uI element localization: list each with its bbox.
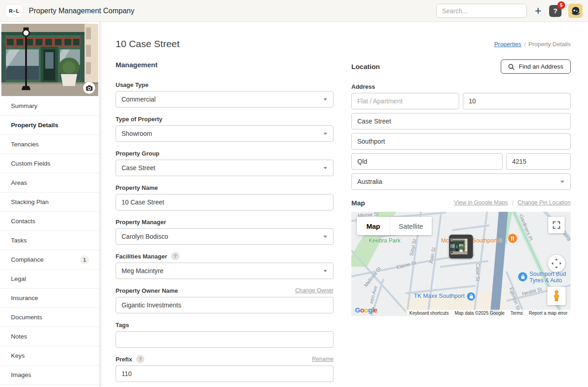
type-of-property-field: Type of Property Showroom [116,115,334,142]
city-input[interactable] [351,133,571,150]
property-name-input[interactable] [116,194,334,210]
sidebar-item-compliance[interactable]: Compliance 1 [0,250,99,269]
map-attribution: Keyboard shortcuts Map data ©2025 Google… [406,310,571,316]
prefix-field: Prefix ? Rename [116,355,334,382]
street-input[interactable] [351,113,571,129]
restaurant-pin-icon [508,233,518,243]
breadcrumb-current: Property Details [529,41,571,48]
find-address-button[interactable]: Find an Address [501,59,571,74]
sidebar-item-images[interactable]: Images [0,366,99,385]
compliance-count-badge: 1 [80,255,89,264]
postcode-input[interactable] [506,153,571,170]
prefix-help-icon[interactable]: ? [136,355,144,363]
google-map[interactable]: Minnie St Sibyl St Joan St Elaine St Mel… [351,212,571,316]
pegman-control[interactable] [547,287,566,305]
location-heading: Location [351,63,380,70]
breadcrumb: Properties/Property Details [494,41,571,48]
pan-arrows-icon [551,258,562,269]
tags-input[interactable] [116,331,334,348]
sidebar-item-property-details[interactable]: Property Details [0,116,99,135]
marker-photo [450,236,471,257]
usage-type-select[interactable]: Commercial [116,91,334,108]
rename-link[interactable]: Rename [312,356,334,362]
sidebar-item-areas[interactable]: Areas [0,173,99,193]
notification-badge: 5 [557,1,565,9]
flat-apartment-input[interactable] [351,93,459,109]
sidebar-item-stacking-plan[interactable]: Stacking Plan [0,193,99,212]
facilities-manager-help-icon[interactable]: ? [171,252,180,260]
park-label: Keebra Park [369,237,400,244]
add-button[interactable]: + [534,5,542,16]
camera-icon[interactable] [83,82,95,94]
view-in-google-maps-link[interactable]: View in Google Maps [454,199,508,206]
avatar-icon [571,6,581,16]
keyboard-shortcuts-link[interactable]: Keyboard shortcuts [409,311,449,316]
poi-tkmaxx-label: TK Maxx Southport [411,293,465,299]
help-button[interactable]: ? 5 [549,5,562,17]
map-data-credit: Map data ©2025 Google [455,311,504,316]
search-input[interactable] [436,4,527,18]
change-pin-location-link[interactable]: Change Pin Location [518,199,571,206]
terms-link[interactable]: Terms [510,311,523,316]
search-icon [508,64,514,70]
street-number-input[interactable] [463,93,571,109]
sidebar: Summary Property Details Tenancies Custo… [0,22,99,387]
sidebar-item-tasks[interactable]: Tasks [0,231,99,250]
property-group-field: Property Group Case Street [116,150,334,176]
map-tab[interactable]: Map [357,217,390,235]
pan-control[interactable] [548,255,565,272]
sidebar-item-keys[interactable]: Keys [0,346,99,366]
change-owner-link[interactable]: Change Owner [295,287,334,294]
sidebar-item-notes[interactable]: Notes [0,327,99,346]
page-title: 10 Case Street [116,38,180,49]
shop-pin-icon [466,292,476,301]
property-manager-field: Property Manager Carolyn Bodisco [116,218,334,245]
state-input[interactable] [351,153,503,170]
satellite-tab[interactable]: Satellite [390,217,432,235]
pegman-icon [551,290,562,302]
map-heading: Map [351,199,365,207]
property-owner-input[interactable] [116,297,334,313]
address-label: Address [351,83,375,90]
fullscreen-button[interactable] [548,217,565,233]
property-pin-marker[interactable] [449,235,473,258]
sidebar-item-summary[interactable]: Summary [0,97,99,116]
management-section: Management Usage Type Commercial Type of… [116,61,334,387]
prefix-input[interactable] [116,366,334,382]
app-window: R–L Property Management Company + ? 5 [0,0,588,387]
usage-type-field: Usage Type Commercial [116,81,334,108]
sidebar-item-contacts[interactable]: Contacts [0,212,99,231]
poi-tyres-label: Southport Bud Tyres & Auto [530,271,571,284]
facilities-manager-field: Facilities Manager ? Meg Macintyre [116,253,334,279]
facilities-manager-select[interactable]: Meg Macintyre [116,263,334,279]
property-group-select[interactable]: Case Street [116,160,334,176]
type-of-property-select[interactable]: Showroom [116,125,334,142]
breadcrumb-properties-link[interactable]: Properties [494,41,521,48]
shop-pin-icon [518,272,528,282]
tags-field: Tags [116,321,334,348]
sidebar-menu: Summary Property Details Tenancies Custo… [0,97,99,385]
sidebar-item-custom-fields[interactable]: Custom Fields [0,154,99,173]
property-manager-select[interactable]: Carolyn Bodisco [116,228,334,245]
report-map-error-link[interactable]: Report a map error [529,311,567,316]
fullscreen-icon [552,221,561,229]
company-name: Property Management Company [29,7,134,15]
sidebar-item-documents[interactable]: Documents [0,308,99,327]
sidebar-item-insurance[interactable]: Insurance [0,289,99,308]
question-mark-icon: ? [553,7,557,15]
street-label: Case St [475,263,481,281]
user-avatar[interactable] [568,4,583,18]
sidebar-item-legal[interactable]: Legal [0,269,99,289]
releaced-logo[interactable]: R–L [5,5,23,17]
location-section: Location Find an Address Address [351,59,571,316]
country-select[interactable]: Australia [351,173,571,190]
management-heading: Management [116,61,334,69]
map-type-control: Map Satellite [357,217,432,235]
top-bar: R–L Property Management Company + ? 5 [0,0,588,22]
property-owner-field: Property Owner Name Change Owner [116,287,334,313]
property-name-field: Property Name [116,184,334,210]
sidebar-item-tenancies[interactable]: Tenancies [0,135,99,154]
main-content: 10 Case Street Properties/Property Detai… [99,22,588,387]
google-logo[interactable]: Google [355,306,377,314]
